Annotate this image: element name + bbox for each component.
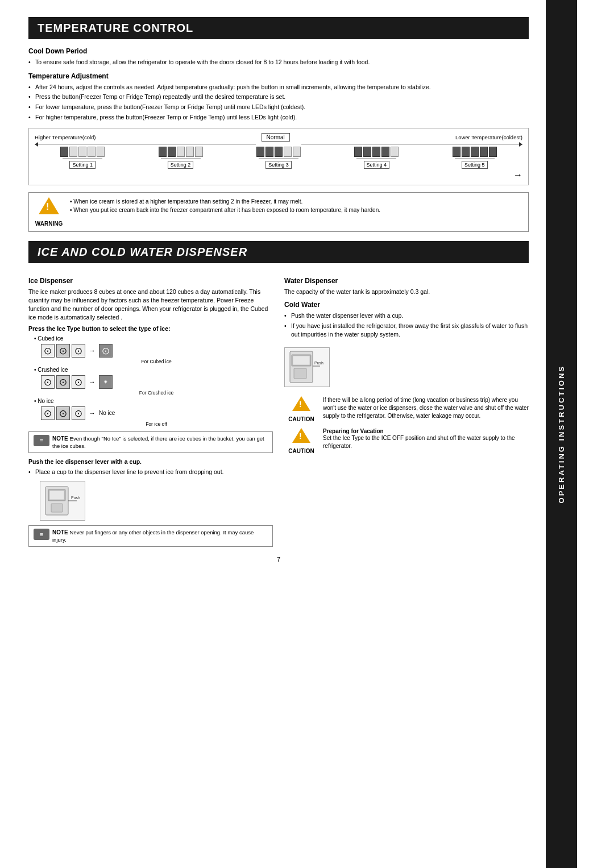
led	[265, 147, 273, 157]
led	[69, 147, 77, 157]
note-content-1: NOTE Even though "No Ice" is selected, i…	[52, 435, 268, 450]
crushed-ice-row: • Crushed ice ⨀ ⨀ ⨀ → ✷ For Crushed ice	[34, 367, 273, 396]
water-dispenser-image-row: Push	[284, 343, 529, 392]
setting-1-block: Setting 1	[60, 147, 105, 169]
ice-icon-n1: ⨀	[41, 406, 55, 420]
cubed-ice-icons: ⨀ ⨀ ⨀ → ⨀	[41, 344, 273, 358]
temp-control-header: TEMPERATURE CONTROL	[28, 17, 529, 39]
note-inner-1: ≡ NOTE Even though "No Ice" is selected,…	[34, 435, 268, 450]
ice-dispenser-heading: Ice Dispenser	[28, 277, 273, 285]
svg-rect-9	[294, 368, 306, 379]
setting-2-leds	[159, 147, 203, 157]
ice-dispenser-body: The ice maker produces 8 cubes at once a…	[28, 288, 273, 321]
caution-1-icon-col: CAUTION	[284, 396, 318, 422]
temp-adj-bullet-4: For higher temperature, press the button…	[28, 113, 529, 122]
ice-section-title: ICE and COLD WATER DISPENSER	[38, 246, 520, 259]
note-text-2: Never put fingers or any other objects i…	[52, 529, 254, 543]
led	[256, 147, 264, 157]
caution-1-label: CAUTION	[288, 416, 314, 422]
setting-line	[259, 159, 298, 159]
ice-section-header: ICE and COLD WATER DISPENSER	[28, 241, 529, 263]
no-ice-icon-group: ⨀ ⨀ ⨀	[41, 406, 85, 420]
caution-2-text-col: Preparing for Vacation Set the Ice Type …	[323, 428, 529, 452]
led	[88, 147, 96, 157]
note-box-2: ≡ NOTE Never put fingers or any other ob…	[28, 525, 273, 547]
setting-3-leds	[256, 147, 301, 157]
crushed-ice-icon-group: ⨀ ⨀ ⨀	[41, 375, 85, 389]
led	[186, 147, 194, 157]
setting-4-leds	[354, 147, 399, 157]
ice-dispenser-image: Push	[40, 481, 85, 521]
ice-left-col: Ice Dispenser The ice maker produces 8 c…	[28, 271, 273, 551]
warning-icon-col: WARNING	[35, 197, 63, 227]
setting-3-block: Setting 3	[256, 147, 301, 169]
right-arrow	[301, 144, 522, 144]
ice-icon-n2: ⨀	[56, 406, 70, 420]
svg-rect-3	[51, 504, 63, 512]
led	[462, 147, 470, 157]
sidebar-label: OPERATING INSTRUCTIONS	[557, 365, 566, 503]
temp-adj-bullet-2: Press the button(Freezer Temp or Fridge …	[28, 93, 529, 101]
ice-arrow-2: →	[89, 378, 96, 386]
temp-adjustment-heading: Temperature Adjustment	[28, 72, 529, 80]
setting-line	[63, 159, 102, 159]
normal-label: Normal	[262, 133, 290, 142]
ice-dispenser-svg: Push	[43, 484, 82, 518]
temp-adj-bullet-1: After 24 hours, adjust the controls as n…	[28, 83, 529, 92]
led	[354, 147, 362, 157]
push-bullet-list: Place a cup to the dispenser lever line …	[28, 468, 273, 476]
warning-text-col: • When ice cream is stored at a higher t…	[70, 197, 380, 214]
note-label-1: NOTE	[52, 435, 70, 442]
note-box-1: ≡ NOTE Even though "No Ice" is selected,…	[28, 431, 273, 454]
setting-5-leds	[453, 147, 497, 157]
note-content-2: NOTE Never put fingers or any other obje…	[52, 529, 268, 544]
led	[381, 147, 389, 157]
cubed-ice-label: • Cubed ice	[34, 335, 273, 342]
warning-bullet-1: • When ice cream is stored at a higher t…	[70, 197, 380, 206]
svg-text:Push: Push	[314, 361, 323, 365]
setting-line	[356, 159, 396, 159]
led	[168, 147, 176, 157]
caution-box-1: CAUTION If there will be a long period o…	[284, 396, 529, 422]
led	[471, 147, 479, 157]
led	[60, 147, 68, 157]
push-heading: Push the ice dispenser lever with a cup.	[28, 458, 273, 466]
cold-water-list: Push the water dispenser lever with a cu…	[284, 312, 529, 338]
settings-arrow: →	[35, 170, 522, 180]
for-cubed-label: For Cubed ice	[40, 359, 273, 364]
crushed-ice-icons: ⨀ ⨀ ⨀ → ✷	[41, 375, 273, 389]
caution-1-text: If there will be a long period of time (…	[323, 396, 529, 420]
caution-1-triangle-icon	[292, 396, 310, 411]
setting-line	[161, 159, 201, 159]
led	[177, 147, 185, 157]
setting-2-block: Setting 2	[159, 147, 203, 169]
svg-rect-8	[293, 356, 310, 365]
warning-triangle-icon	[39, 197, 59, 214]
cubed-ice-row: • Cubed ice ⨀ ⨀ ⨀ → ⨀ For Cubed ice	[34, 335, 273, 364]
led	[78, 147, 86, 157]
no-ice-row: • No ice ⨀ ⨀ ⨀ → No ice For ice off	[34, 398, 273, 427]
higher-temp-label: Higher Temperature(cold)	[35, 134, 96, 140]
svg-text:Push: Push	[71, 496, 80, 500]
setting-4-label: Setting 4	[364, 161, 390, 169]
ice-icon-c3: ⨀	[72, 375, 85, 389]
settings-row: Setting 1 Setting 2	[35, 147, 522, 169]
svg-rect-2	[49, 491, 64, 500]
ice-icon-selected-2: ✷	[99, 375, 113, 389]
water-dispenser-image: Push	[284, 347, 330, 387]
cold-water-heading: Cold Water	[284, 301, 529, 309]
led	[97, 147, 105, 157]
for-no-ice-label: For ice off	[40, 421, 273, 427]
press-heading: Press the Ice Type button to select the …	[28, 325, 273, 333]
setting-5-label: Setting 5	[462, 161, 488, 169]
led	[453, 147, 460, 157]
note-text-1: Even though "No Ice" is selected, if the…	[52, 435, 264, 449]
ice-two-col: Ice Dispenser The ice maker produces 8 c…	[28, 271, 529, 551]
note-inner-2: ≡ NOTE Never put fingers or any other ob…	[34, 529, 268, 544]
ice-icon-c1: ⨀	[41, 375, 55, 389]
ice-icon-3: ⨀	[72, 344, 85, 358]
led	[284, 147, 292, 157]
setting-1-label: Setting 1	[69, 161, 96, 169]
temp-control-title: TEMPERATURE CONTROL	[38, 22, 520, 35]
caution-box-2: CAUTION Preparing for Vacation Set the I…	[284, 428, 529, 454]
